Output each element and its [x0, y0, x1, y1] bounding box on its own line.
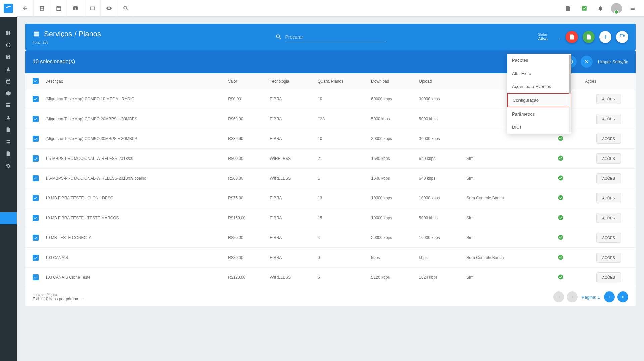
- cell-qty: 10: [314, 129, 368, 149]
- row-checkbox[interactable]: [33, 175, 39, 181]
- dropdown-item-par-metros[interactable]: Parâmetros: [507, 107, 571, 121]
- row-actions-button[interactable]: AÇÕES: [596, 253, 621, 263]
- search-icon[interactable]: [117, 0, 134, 17]
- col-qty[interactable]: Quant. Planos: [314, 73, 368, 89]
- first-page-button[interactable]: [553, 291, 564, 302]
- dropdown-item-configura-o[interactable]: Configuração: [507, 93, 571, 107]
- check-top-icon[interactable]: [576, 0, 592, 17]
- dropdown-item-pacotes[interactable]: Pacotes: [507, 54, 571, 67]
- side-calendar[interactable]: [0, 75, 17, 87]
- cell-tech: FIBRA: [266, 208, 314, 228]
- pdf-top-icon[interactable]: [560, 0, 576, 17]
- row-actions-button[interactable]: AÇÕES: [596, 213, 621, 223]
- row-actions-button[interactable]: AÇÕES: [596, 114, 621, 124]
- row-actions-button[interactable]: AÇÕES: [596, 134, 621, 144]
- cell-desc: (Migracao-TesteMap) COMBO 10 MEGA - RÁDI…: [42, 89, 225, 109]
- menu-list-icon[interactable]: [625, 0, 641, 17]
- row-checkbox[interactable]: [33, 235, 39, 241]
- table-footer: Itens por Página Exibir 10 itens por pág…: [25, 287, 636, 306]
- col-tech[interactable]: Tecnologia: [266, 73, 314, 89]
- eye-icon[interactable]: [101, 0, 117, 17]
- row-checkbox[interactable]: [33, 195, 39, 201]
- col-valor[interactable]: Valor: [225, 73, 266, 89]
- cell-desc: 10 MB TESTE CONECTA: [42, 228, 225, 248]
- side-doc[interactable]: [0, 124, 17, 136]
- side-world[interactable]: [0, 39, 17, 51]
- side-panel[interactable]: [0, 99, 17, 111]
- cell-desc: 1.5-MBPS-PROMOCIONAL-WIRELESS-2018/09 co…: [42, 169, 225, 188]
- side-person[interactable]: [0, 111, 17, 124]
- cell-down: 1540 kbps: [368, 149, 415, 169]
- next-page-button[interactable]: [604, 291, 615, 302]
- money-icon[interactable]: $: [67, 0, 84, 17]
- window-icon[interactable]: [84, 0, 101, 17]
- dropdown-item-a-es-para-eventos[interactable]: Ações para Eventos: [507, 80, 571, 93]
- side-chart[interactable]: [0, 63, 17, 75]
- row-checkbox[interactable]: [33, 96, 39, 102]
- refresh-button[interactable]: [616, 31, 628, 43]
- cell-ctrl: Sim: [463, 268, 540, 287]
- cell-ctrl: Sem Controle Banda: [463, 188, 540, 208]
- row-actions-button[interactable]: AÇÕES: [596, 193, 621, 203]
- side-file[interactable]: [0, 148, 17, 160]
- back-button[interactable]: [17, 0, 34, 17]
- items-per-page-select[interactable]: Exibir 10 itens por página: [33, 297, 85, 301]
- row-actions-button[interactable]: AÇÕES: [596, 173, 621, 183]
- bell-icon[interactable]: [592, 0, 608, 17]
- dropdown-item-attr-extra[interactable]: Attr. Extra: [507, 67, 571, 80]
- cell-desc: (Migracao-TesteMap) COMBO 20MBPS + 20MBP…: [42, 109, 225, 129]
- export-xls-button[interactable]: [583, 31, 595, 43]
- table-row: 10 MB FIBRA TESTE - CLON - DESC R$75.00 …: [25, 188, 636, 208]
- col-desc[interactable]: Descrição: [42, 73, 225, 89]
- status-ok-icon: [558, 157, 564, 162]
- row-actions-button[interactable]: AÇÕES: [596, 233, 621, 243]
- row-actions-button[interactable]: AÇÕES: [596, 272, 621, 282]
- col-up[interactable]: Upload: [415, 73, 463, 89]
- svg-point-12: [558, 235, 563, 240]
- add-button[interactable]: [599, 31, 611, 43]
- dropdown-scrollbar[interactable]: [569, 55, 571, 132]
- prev-page-button[interactable]: [567, 291, 578, 302]
- side-server[interactable]: [0, 136, 17, 148]
- close-selection-button[interactable]: [581, 56, 593, 68]
- avatar[interactable]: [611, 3, 622, 14]
- logo[interactable]: [0, 0, 17, 17]
- side-save[interactable]: [0, 51, 17, 63]
- side-active[interactable]: [0, 212, 17, 224]
- row-actions-button[interactable]: AÇÕES: [596, 94, 621, 104]
- cell-tech: FIBRA: [266, 109, 314, 129]
- side-gear[interactable]: [0, 160, 17, 172]
- search-input[interactable]: [285, 32, 386, 42]
- select-all-checkbox[interactable]: [33, 78, 39, 84]
- row-checkbox[interactable]: [33, 255, 39, 261]
- row-checkbox[interactable]: [33, 136, 39, 142]
- svg-text:$: $: [75, 7, 76, 10]
- header-search-icon: [275, 34, 282, 40]
- page-header: Serviços / Planos Total: 286 Status Ativ…: [25, 24, 636, 50]
- side-box[interactable]: [0, 87, 17, 99]
- cell-qty: 4: [314, 228, 368, 248]
- records-icon: [33, 30, 40, 38]
- dropdown-icon: [81, 297, 85, 301]
- row-checkbox[interactable]: [33, 215, 39, 221]
- side-dashboard[interactable]: [0, 27, 17, 39]
- contact-icon[interactable]: [34, 0, 50, 17]
- cell-down: kbps: [368, 248, 415, 268]
- cell-up: 5000 kbps: [415, 109, 463, 129]
- cell-up: kbps: [415, 248, 463, 268]
- calendar-icon[interactable]: [50, 0, 67, 17]
- clear-selection-link[interactable]: Limpar Seleção: [598, 59, 628, 64]
- row-checkbox[interactable]: [33, 155, 39, 162]
- cell-down: 30000 kbps: [368, 129, 415, 149]
- row-checkbox[interactable]: [33, 274, 39, 280]
- status-ok-icon: [558, 177, 564, 182]
- col-down[interactable]: Download: [368, 73, 415, 89]
- cell-up: 30000 kbps: [415, 129, 463, 149]
- dropdown-item-dici[interactable]: DICI: [507, 121, 571, 134]
- row-checkbox[interactable]: [33, 116, 39, 122]
- status-ok-icon: [558, 197, 564, 202]
- status-select[interactable]: Status Ativo: [538, 33, 561, 41]
- row-actions-button[interactable]: AÇÕES: [596, 153, 621, 164]
- export-pdf-button[interactable]: [566, 31, 578, 43]
- last-page-button[interactable]: [617, 291, 628, 302]
